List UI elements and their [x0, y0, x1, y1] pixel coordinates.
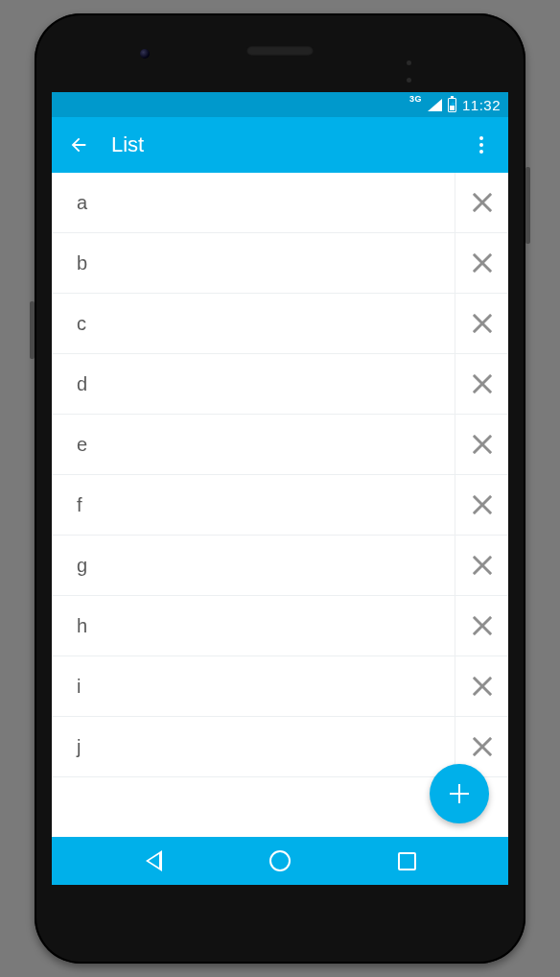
delete-button[interactable]	[455, 475, 508, 535]
nav-back-button[interactable]	[125, 840, 182, 882]
phone-side-button	[30, 301, 35, 359]
delete-button[interactable]	[455, 233, 508, 293]
nav-home-button[interactable]	[251, 840, 309, 882]
list-item[interactable]: j	[52, 717, 508, 777]
list-item[interactable]: a	[52, 173, 508, 233]
device-screen: 3G 11:32 List abcdefghij	[52, 92, 508, 885]
back-button[interactable]	[58, 124, 100, 166]
close-icon	[472, 192, 493, 213]
add-button[interactable]	[430, 764, 489, 823]
delete-button[interactable]	[455, 354, 508, 414]
app-bar: List	[52, 117, 508, 173]
arrow-left-icon	[68, 134, 89, 155]
list-item[interactable]: c	[52, 294, 508, 354]
list-item-label: c	[52, 313, 455, 335]
close-icon	[472, 252, 493, 274]
close-icon	[472, 615, 493, 636]
nav-home-icon	[269, 850, 291, 871]
battery-charging-icon	[448, 98, 456, 112]
more-vert-icon	[479, 136, 483, 140]
svg-marker-0	[451, 100, 455, 108]
delete-button[interactable]	[455, 536, 508, 595]
list-item-label: j	[52, 736, 455, 758]
list-item-label: d	[52, 373, 455, 395]
list-item[interactable]: e	[52, 415, 508, 475]
page-title: List	[111, 132, 460, 157]
signal-icon	[428, 99, 442, 111]
list-item-label: a	[52, 192, 455, 214]
list-item[interactable]: i	[52, 656, 508, 717]
phone-side-button	[525, 167, 530, 244]
list-item-label: f	[52, 494, 455, 516]
overflow-menu-button[interactable]	[460, 124, 502, 166]
nav-recent-button[interactable]	[378, 840, 435, 882]
close-icon	[472, 555, 493, 576]
system-nav-bar	[52, 837, 508, 885]
delete-button[interactable]	[455, 294, 508, 353]
close-icon	[472, 313, 493, 334]
delete-button[interactable]	[455, 415, 508, 474]
close-icon	[472, 736, 493, 757]
status-network-label: 3G	[409, 94, 422, 104]
status-bar: 3G 11:32	[52, 92, 508, 117]
close-icon	[472, 373, 493, 394]
phone-earpiece	[246, 46, 314, 56]
close-icon	[472, 494, 493, 515]
list-item-label: h	[52, 615, 455, 637]
phone-camera	[140, 49, 150, 59]
nav-recent-icon	[398, 852, 416, 870]
phone-frame: 3G 11:32 List abcdefghij	[35, 13, 525, 964]
close-icon	[472, 434, 493, 455]
list-item-label: i	[52, 676, 455, 698]
close-icon	[472, 676, 493, 697]
status-clock: 11:32	[462, 97, 501, 113]
list-item-label: b	[52, 252, 455, 274]
delete-button[interactable]	[455, 656, 508, 716]
plus-icon	[450, 784, 469, 803]
list-item[interactable]: b	[52, 233, 508, 294]
list-item[interactable]: h	[52, 596, 508, 656]
delete-button[interactable]	[455, 596, 508, 655]
list-item[interactable]: d	[52, 354, 508, 415]
delete-button[interactable]	[455, 173, 508, 232]
phone-sensor-dots	[403, 52, 410, 60]
list-item-label: e	[52, 434, 455, 456]
list-item[interactable]: f	[52, 475, 508, 536]
list-container: abcdefghij	[52, 173, 508, 837]
nav-back-icon	[146, 850, 162, 871]
list-item-label: g	[52, 555, 455, 577]
list-item[interactable]: g	[52, 536, 508, 596]
